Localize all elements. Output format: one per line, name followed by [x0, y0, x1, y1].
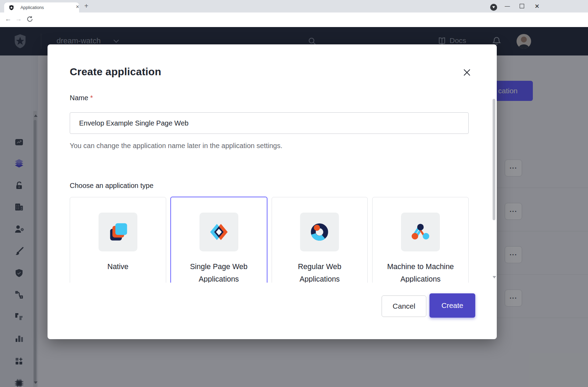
window-minimize-icon[interactable]: —: [505, 3, 510, 9]
modal-scroll-down-icon[interactable]: [493, 276, 496, 278]
window-maximize-icon[interactable]: [520, 4, 524, 8]
back-icon[interactable]: ←: [5, 15, 11, 23]
modal-title: Create application: [70, 66, 161, 78]
native-app-icon: [99, 213, 137, 251]
app-type-card-spa[interactable]: Single Page Web Applications: [170, 197, 267, 283]
required-asterisk: *: [90, 94, 93, 102]
tab-close-icon[interactable]: ✕: [76, 4, 79, 9]
app-type-label: Regular Web Applications: [283, 260, 356, 283]
app-type-label: Native: [82, 260, 154, 273]
choose-type-label: Choose an application type: [70, 182, 153, 190]
new-tab-icon[interactable]: +: [84, 2, 88, 10]
application-type-cards: Native Single Page Web Applications Regu…: [70, 197, 469, 283]
browser-titlebar: Applications ✕ + — ✕: [0, 0, 588, 12]
cancel-button[interactable]: Cancel: [382, 295, 426, 317]
modal-scrollbar-thumb[interactable]: [493, 99, 495, 220]
modal-body: Name * You can change the application na…: [48, 89, 497, 283]
window-close-icon[interactable]: ✕: [535, 3, 539, 10]
tab-title: Applications: [20, 5, 44, 10]
browser-tab[interactable]: Applications ✕: [4, 2, 79, 12]
reload-icon[interactable]: [26, 16, 33, 23]
regular-web-app-icon: [300, 213, 339, 251]
name-label: Name *: [70, 94, 93, 102]
screenshot-root: Applications ✕ + — ✕ ← → manage.auth0.co…: [0, 0, 588, 387]
name-helper-text: You can change the application name late…: [70, 142, 282, 150]
application-name-input[interactable]: [70, 112, 469, 134]
m2m-app-icon: [401, 213, 440, 251]
browser-toolbar: ← → manage.auth0.com/dashboard/eu/dream-…: [0, 12, 588, 27]
browser-update-icon[interactable]: [490, 4, 497, 11]
app-type-label: Single Page Web Applications: [182, 260, 255, 283]
app-type-label: Machine to Machine Applications: [384, 260, 457, 283]
app-type-card-m2m[interactable]: Machine to Machine Applications: [372, 197, 469, 283]
modal-close-button[interactable]: [460, 65, 474, 80]
favicon-auth0-icon: [9, 5, 14, 10]
spa-app-icon: [199, 213, 238, 251]
app-type-card-regular-web[interactable]: Regular Web Applications: [272, 197, 368, 283]
create-application-modal: Create application Name * You can change…: [48, 44, 497, 339]
forward-icon[interactable]: →: [15, 15, 22, 23]
app-type-card-native[interactable]: Native: [70, 197, 166, 283]
create-button[interactable]: Create: [429, 293, 475, 318]
